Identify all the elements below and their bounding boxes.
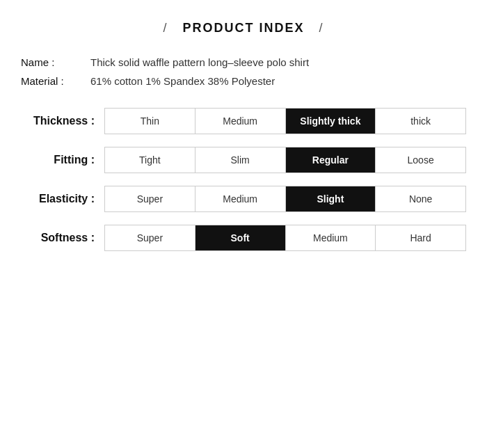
- material-label: Material :: [21, 75, 90, 87]
- index-row: Softness :SuperSoftMediumHard: [21, 225, 466, 251]
- option-cell-3-2: Medium: [286, 225, 376, 250]
- option-cell-3-3: Hard: [376, 225, 465, 250]
- option-cell-1-3: Loose: [376, 147, 465, 173]
- options-container-2: SuperMediumSlightNone: [104, 186, 466, 212]
- options-container-3: SuperSoftMediumHard: [104, 225, 466, 251]
- options-container-1: TightSlimRegularLoose: [104, 147, 466, 173]
- index-table: Thickness :ThinMediumSlightly thickthick…: [14, 108, 473, 264]
- option-cell-0-2: Slightly thick: [286, 109, 376, 134]
- option-cell-1-1: Slim: [195, 147, 286, 173]
- options-container-0: ThinMediumSlightly thickthick: [104, 108, 466, 134]
- name-value: Thick solid waffle pattern long–sleeve p…: [90, 56, 309, 68]
- option-cell-3-0: Super: [105, 225, 195, 250]
- index-row: Fitting :TightSlimRegularLoose: [21, 147, 466, 173]
- slash-left: /: [163, 21, 168, 35]
- option-cell-0-1: Medium: [195, 109, 286, 134]
- option-cell-1-0: Tight: [105, 147, 195, 173]
- material-value: 61% cotton 1% Spandex 38% Polyester: [90, 75, 275, 87]
- name-label: Name :: [21, 56, 90, 68]
- option-cell-2-0: Super: [105, 186, 195, 211]
- option-cell-0-0: Thin: [105, 109, 195, 134]
- option-cell-2-1: Medium: [195, 186, 286, 211]
- option-cell-2-3: None: [376, 186, 465, 211]
- index-row: Elasticity :SuperMediumSlightNone: [21, 186, 466, 212]
- option-cell-0-3: thick: [376, 109, 465, 134]
- option-cell-3-1: Soft: [195, 225, 286, 250]
- row-label-2: Elasticity :: [21, 193, 104, 205]
- product-info: Name : Thick solid waffle pattern long–s…: [14, 56, 473, 94]
- row-label-0: Thickness :: [21, 115, 104, 127]
- slash-right: /: [319, 21, 324, 35]
- row-label-1: Fitting :: [21, 154, 104, 166]
- page-title: / PRODUCT INDEX /: [163, 21, 324, 35]
- index-row: Thickness :ThinMediumSlightly thickthick: [21, 108, 466, 134]
- option-cell-2-2: Slight: [286, 186, 376, 211]
- row-label-3: Softness :: [21, 232, 104, 244]
- option-cell-1-2: Regular: [286, 147, 376, 173]
